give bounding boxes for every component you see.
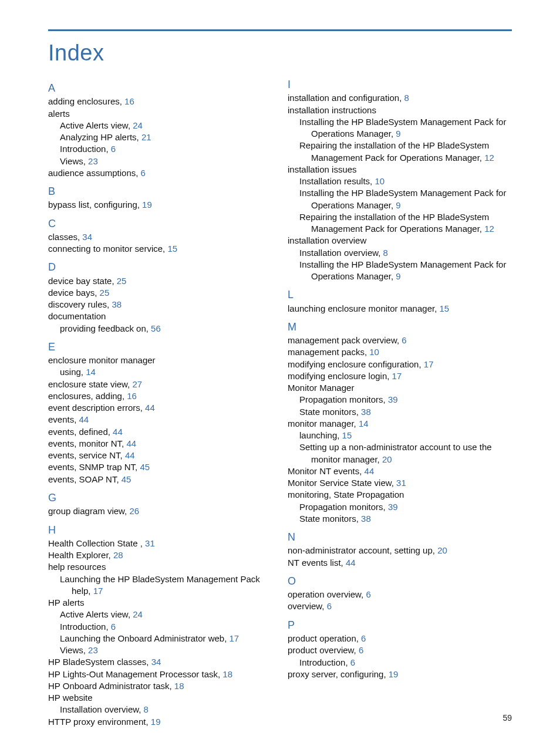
index-section: Nnon-administrator account, setting up, … [288, 530, 512, 569]
page-ref-link[interactable]: 44 [365, 466, 375, 476]
page-ref-link[interactable]: 38 [361, 407, 371, 417]
page-ref-link[interactable]: 10 [375, 176, 384, 186]
page-ref-link[interactable]: 6 [327, 601, 332, 611]
page-ref-link[interactable]: 18 [222, 669, 232, 679]
page-ref-link[interactable]: 14 [359, 418, 369, 428]
index-entry: Introduction, 6 [288, 657, 512, 669]
page-ref-link[interactable]: 16 [124, 96, 134, 106]
page-ref-link[interactable]: 15 [342, 430, 352, 440]
index-letter: C [48, 217, 272, 231]
page-ref-link[interactable]: 39 [388, 502, 398, 512]
page-ref-link[interactable]: 17 [392, 371, 402, 381]
page-ref-link[interactable]: 14 [86, 367, 96, 377]
index-entry: events, SOAP NT, 45 [48, 474, 272, 485]
page-ref-link[interactable]: 17 [424, 359, 434, 369]
page-ref-link[interactable]: 27 [132, 379, 142, 389]
page-ref-link[interactable]: 56 [151, 323, 161, 333]
index-entry: HP Onboard Administrator task, 18 [48, 680, 272, 692]
page-ref-link[interactable]: 45 [140, 462, 150, 472]
index-entry: events, monitor NT, 44 [48, 438, 272, 450]
index-section: Mmanagement pack overview, 6management p… [288, 320, 512, 525]
page-ref-link[interactable]: 34 [82, 232, 92, 242]
page-ref-link[interactable]: 10 [369, 347, 379, 357]
page-ref-link[interactable]: 8 [383, 248, 388, 258]
page-ref-link[interactable]: 44 [145, 403, 155, 413]
page-ref-link[interactable]: 6 [361, 633, 366, 643]
entry-text: Views, [60, 156, 88, 166]
page-ref-link[interactable]: 12 [484, 224, 494, 234]
page-ref-link[interactable]: 19 [151, 717, 161, 727]
index-letter: H [48, 523, 272, 537]
page-ref-link[interactable]: 19 [142, 200, 152, 210]
index-entry: product overview, 6 [288, 644, 512, 656]
page-ref-link[interactable]: 12 [484, 153, 494, 163]
entry-text: State monitors, [299, 514, 361, 524]
page-ref-link[interactable]: 44 [346, 558, 356, 568]
page-ref-link[interactable]: 20 [437, 545, 447, 555]
page-ref-link[interactable]: 15 [167, 244, 177, 254]
top-rule [48, 29, 512, 31]
page-ref-link[interactable]: 6 [111, 144, 116, 154]
page-ref-link[interactable]: 8 [404, 93, 409, 103]
index-entry: enclosure monitor manager [48, 355, 272, 366]
entry-text: Active Alerts view, [60, 120, 133, 130]
page-ref-link[interactable]: 44 [113, 427, 123, 437]
page-ref-link[interactable]: 20 [382, 454, 392, 464]
page-ref-link[interactable]: 26 [129, 506, 139, 516]
page-ref-link[interactable]: 44 [125, 450, 135, 460]
page-ref-link[interactable]: 19 [389, 669, 399, 679]
entry-text: Propagation monitors, [299, 394, 388, 404]
page-ref-link[interactable]: 21 [141, 132, 151, 142]
page-ref-link[interactable]: 9 [396, 129, 400, 139]
page-ref-link[interactable]: 18 [174, 681, 184, 691]
page-ref-link[interactable]: 17 [93, 586, 103, 596]
page-ref-link[interactable]: 16 [127, 391, 137, 401]
entry-text: audience assumptions, [48, 168, 141, 178]
entry-text: HP website [48, 693, 93, 703]
page-ref-link[interactable]: 39 [388, 394, 398, 404]
entry-text: Introduction, [60, 622, 111, 632]
page-ref-link[interactable]: 25 [100, 288, 110, 298]
page-ref-link[interactable]: 9 [396, 200, 400, 210]
page-ref-link[interactable]: 6 [350, 657, 355, 667]
page-ref-link[interactable]: 6 [111, 622, 116, 632]
page-ref-link[interactable]: 24 [133, 609, 143, 619]
page-ref-link[interactable]: 34 [151, 657, 161, 667]
page-ref-link[interactable]: 15 [440, 303, 450, 313]
index-section: Ggroup diagram view, 26 [48, 491, 272, 518]
page-ref-link[interactable]: 24 [133, 120, 143, 130]
page-ref-link[interactable]: 6 [366, 589, 370, 599]
index-entry: NT events list, 44 [288, 557, 512, 569]
page-ref-link[interactable]: 23 [88, 645, 98, 655]
index-entry: Analyzing HP alerts, 21 [48, 131, 272, 143]
page-ref-link[interactable]: 31 [145, 538, 155, 548]
index-entry: launching, 15 [288, 430, 512, 441]
page-ref-link[interactable]: 23 [88, 156, 98, 166]
page-ref-link[interactable]: 38 [361, 514, 371, 524]
entry-text: classes, [48, 232, 82, 242]
index-entry: Installing the HP BladeSystem Management… [288, 116, 512, 140]
entry-text: Active Alerts view, [60, 609, 133, 619]
page-ref-link[interactable]: 31 [396, 478, 406, 488]
entry-text: events, monitor NT, [48, 438, 126, 448]
page-ref-link[interactable]: 25 [117, 276, 127, 286]
page-ref-link[interactable]: 8 [144, 704, 149, 714]
page-ref-link[interactable]: 17 [230, 633, 239, 643]
page-ref-link[interactable]: 38 [112, 299, 122, 309]
page-ref-link[interactable]: 6 [402, 335, 406, 345]
index-entry: management pack overview, 6 [288, 335, 512, 346]
page-ref-link[interactable]: 45 [122, 474, 131, 484]
page-ref-link[interactable]: 28 [113, 550, 123, 560]
page-ref-link[interactable]: 44 [79, 414, 89, 424]
entry-text: product operation, [288, 633, 361, 643]
entry-text: HP alerts [48, 598, 84, 607]
page-ref-link[interactable]: 44 [126, 438, 136, 448]
page-ref-link[interactable]: 9 [396, 271, 400, 281]
index-entry: launching enclosure monitor manager, 15 [288, 303, 512, 315]
index-entry: enclosures, adding, 16 [48, 390, 272, 402]
index-entry: alerts [48, 108, 272, 120]
page-ref-link[interactable]: 6 [141, 168, 146, 178]
index-letter: M [288, 320, 512, 334]
index-entry: bypass list, configuring, 19 [48, 199, 272, 211]
page-ref-link[interactable]: 6 [359, 645, 363, 655]
